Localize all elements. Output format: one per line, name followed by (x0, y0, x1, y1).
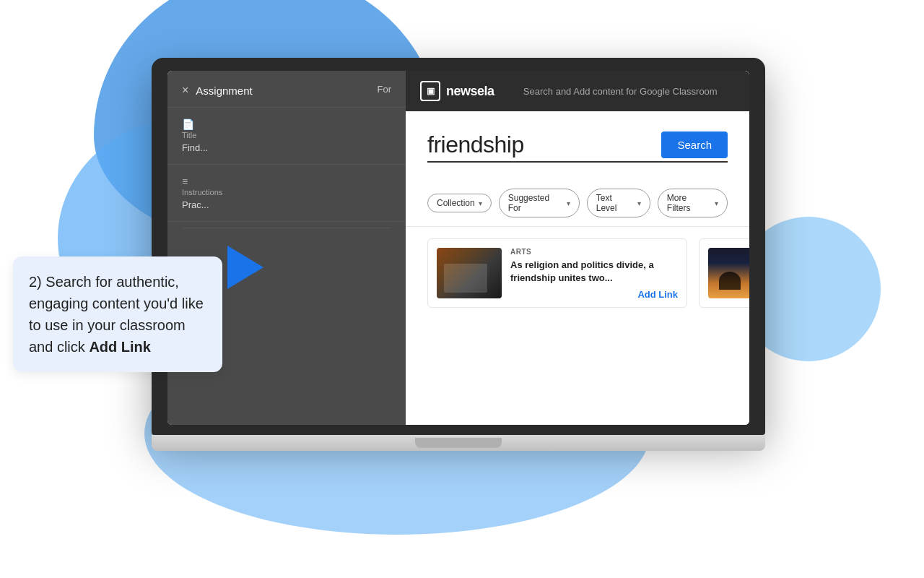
filter-suggested[interactable]: Suggested For ▾ (499, 189, 580, 217)
search-area: friendship Search (406, 111, 749, 177)
results-area: ARTS As religion and politics divide, a … (406, 227, 749, 319)
tooltip-callout: 2) Search for authentic, engaging conten… (13, 256, 222, 372)
filter-text-level[interactable]: Text Level ▾ (587, 189, 650, 217)
result-headline: As religion and politics divide, a frien… (510, 259, 678, 285)
close-icon[interactable]: × (182, 84, 188, 97)
instructions-icon: ≡ (182, 176, 188, 187)
for-label: For (378, 84, 392, 95)
laptop-base (152, 435, 765, 451)
chevron-down-icon: ▾ (637, 199, 641, 207)
add-link-button[interactable]: Add Link (637, 289, 678, 300)
title-field: 📄 Title Find... (167, 108, 406, 165)
title-icon: 📄 (182, 118, 194, 130)
title-label: Title (182, 131, 391, 139)
newsela-subtitle: Search and Add content for Google Classr… (506, 86, 735, 97)
filter-suggested-label: Suggested For (508, 193, 563, 213)
thumbnail-image (708, 248, 749, 298)
instructions-label: Instructions (182, 188, 391, 197)
assignment-title: Assignment (196, 85, 252, 97)
newsela-logo: ▣ newsela (420, 81, 494, 101)
title-value: Find... (182, 142, 208, 153)
chevron-down-icon: ▾ (567, 199, 570, 207)
search-row: friendship Search (427, 131, 728, 163)
blue-arrow (227, 246, 263, 289)
newsela-panel: ▣ newsela Search and Add content for Goo… (406, 71, 749, 425)
assignment-header: × Assignment For (167, 71, 406, 108)
filter-more[interactable]: More Filters ▾ (658, 189, 728, 217)
chevron-down-icon: ▾ (479, 199, 482, 207)
result-category: ARTS (510, 248, 678, 256)
filters-row: Collection ▾ Suggested For ▾ Text Level … (406, 177, 749, 227)
search-button[interactable]: Search (661, 131, 728, 158)
tooltip-bold: Add Link (89, 339, 151, 355)
newsela-header: ▣ newsela Search and Add content for Goo… (406, 71, 749, 111)
filter-more-label: More Filters (667, 193, 711, 213)
result-thumbnail (437, 248, 502, 298)
filter-collection-label: Collection (437, 198, 475, 208)
result-card: ARTS & CULTURE How to be a good frien...… (699, 238, 749, 308)
result-card: ARTS As religion and politics divide, a … (427, 238, 687, 308)
instructions-field: ≡ Instructions Prac... (167, 165, 406, 222)
filter-text-level-label: Text Level (596, 193, 634, 213)
divider (182, 228, 391, 228)
filter-collection[interactable]: Collection ▾ (427, 194, 492, 212)
thumbnail-image (437, 248, 502, 298)
newsela-logo-icon: ▣ (420, 81, 440, 101)
chevron-down-icon: ▾ (715, 199, 718, 207)
instructions-value: Prac... (182, 199, 209, 210)
newsela-logo-text: newsela (446, 84, 494, 99)
laptop-hinge (415, 438, 502, 448)
search-query[interactable]: friendship (427, 131, 661, 158)
result-thumbnail (708, 248, 749, 298)
